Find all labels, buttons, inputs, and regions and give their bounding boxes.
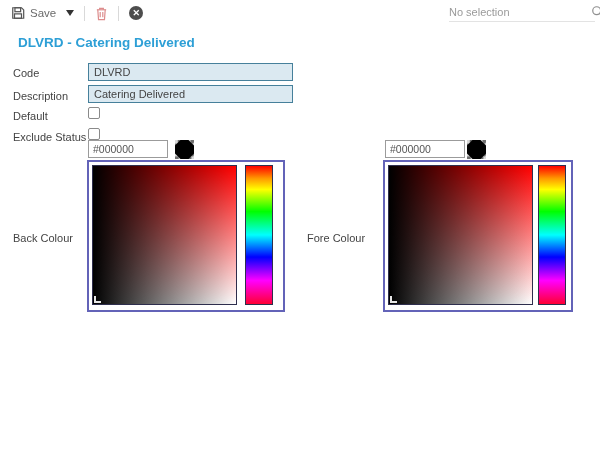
exclude-status-label: Exclude Status bbox=[13, 131, 86, 143]
code-label: Code bbox=[13, 67, 39, 79]
close-button[interactable]: ✕ bbox=[126, 3, 146, 23]
description-input[interactable] bbox=[88, 85, 293, 103]
fore-colour-hex-input[interactable] bbox=[385, 140, 465, 158]
selection-search bbox=[449, 2, 595, 22]
fore-colour-saturation-square[interactable] bbox=[388, 165, 533, 305]
back-colour-swatch[interactable] bbox=[175, 140, 194, 159]
close-icon: ✕ bbox=[129, 6, 143, 20]
search-icon[interactable] bbox=[591, 5, 600, 19]
back-colour-label: Back Colour bbox=[13, 232, 73, 244]
save-dropdown-button[interactable] bbox=[59, 3, 77, 23]
back-colour-picker bbox=[87, 160, 285, 312]
fore-colour-swatch[interactable] bbox=[467, 140, 486, 159]
fore-colour-picker bbox=[383, 160, 573, 312]
search-input[interactable] bbox=[449, 6, 591, 18]
toolbar-separator bbox=[84, 6, 85, 21]
delete-button[interactable] bbox=[92, 3, 111, 23]
fore-colour-label: Fore Colour bbox=[307, 232, 365, 244]
back-colour-saturation-square[interactable] bbox=[92, 165, 237, 305]
default-checkbox[interactable] bbox=[88, 107, 100, 119]
fore-colour-hue-bar[interactable] bbox=[538, 165, 566, 305]
default-label: Default bbox=[13, 110, 48, 122]
chevron-down-icon bbox=[66, 10, 74, 16]
description-label: Description bbox=[13, 90, 68, 102]
trash-icon bbox=[95, 6, 108, 21]
save-floppy-icon bbox=[11, 6, 25, 20]
colour-selection-marker bbox=[94, 296, 101, 303]
save-button-label: Save bbox=[30, 7, 56, 19]
fore-colour-swatch-preview bbox=[467, 140, 486, 159]
back-colour-swatch-preview bbox=[175, 140, 194, 159]
gradient-overlay bbox=[389, 166, 532, 304]
code-input[interactable] bbox=[88, 63, 293, 81]
colour-selection-marker bbox=[390, 296, 397, 303]
status-editor-window: Save ✕ bbox=[0, 0, 600, 449]
toolbar: Save ✕ bbox=[8, 3, 146, 23]
gradient-overlay bbox=[93, 166, 236, 304]
toolbar-separator bbox=[118, 6, 119, 21]
save-button[interactable]: Save bbox=[8, 3, 59, 23]
exclude-status-checkbox[interactable] bbox=[88, 128, 100, 140]
page-title: DLVRD - Catering Delivered bbox=[18, 35, 195, 50]
back-colour-hex-input[interactable] bbox=[88, 140, 168, 158]
back-colour-hue-bar[interactable] bbox=[245, 165, 273, 305]
